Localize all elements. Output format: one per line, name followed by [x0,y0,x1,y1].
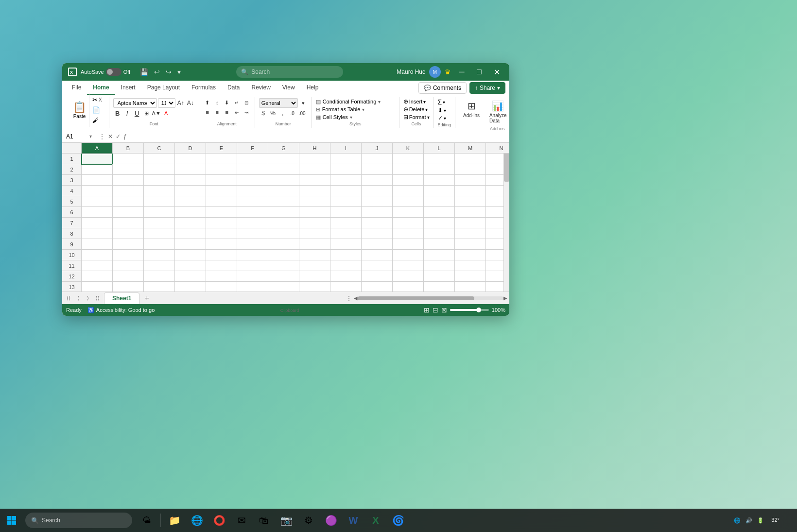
number-format-select[interactable]: General [259,98,298,108]
cell-B7[interactable] [113,218,144,228]
col-header-G[interactable]: G [268,143,299,154]
underline-button[interactable]: U [133,109,141,118]
cell-M1[interactable] [455,154,486,164]
cell-C6[interactable] [144,207,175,218]
cell-C9[interactable] [144,239,175,250]
sheet-nav-prev[interactable]: ⟨ [74,294,83,303]
cell-D6[interactable] [175,207,206,218]
insert-function-icon[interactable]: ƒ [122,132,128,141]
cell-E12[interactable] [206,271,237,282]
cell-J9[interactable] [362,239,393,250]
cell-A13[interactable] [82,282,113,292]
cell-G1[interactable] [268,154,299,164]
cell-L4[interactable] [424,186,455,196]
cell-B1[interactable] [113,154,144,164]
h-scroll-left[interactable]: ◀ [354,295,358,301]
cell-J11[interactable] [362,260,393,271]
conditional-formatting-button[interactable]: Conditional Formatting [323,99,377,104]
zoom-slider[interactable] [450,309,489,311]
cell-C5[interactable] [144,196,175,207]
cell-A6[interactable] [82,207,113,218]
close-button[interactable]: ✕ [490,65,503,79]
row-header-1[interactable]: 1 [62,154,82,164]
cell-L7[interactable] [424,218,455,228]
cell-G12[interactable] [268,271,299,282]
sound-icon[interactable]: 🔊 [744,515,754,525]
cut-button[interactable]: ✂ X [90,95,104,104]
cell-K10[interactable] [393,250,424,260]
cell-I3[interactable] [330,175,362,186]
row-header-7[interactable]: 7 [62,218,82,228]
cell-H7[interactable] [299,218,330,228]
cell-M10[interactable] [455,250,486,260]
taskbar-settings-button[interactable]: ⚙ [298,510,319,531]
cell-M8[interactable] [455,228,486,239]
cell-K5[interactable] [393,196,424,207]
cell-I4[interactable] [330,186,362,196]
cell-D3[interactable] [175,175,206,186]
cell-H1[interactable] [299,154,330,164]
fill-color-button[interactable]: A▼ [152,109,161,118]
cell-K8[interactable] [393,228,424,239]
taskbar-search[interactable]: 🔍 Search [25,513,132,528]
cell-A3[interactable] [82,175,113,186]
cell-H9[interactable] [299,239,330,250]
cell-C13[interactable] [144,282,175,292]
cell-L6[interactable] [424,207,455,218]
cell-A10[interactable] [82,250,113,260]
cell-B10[interactable] [113,250,144,260]
col-header-K[interactable]: K [393,143,424,154]
cell-F6[interactable] [237,207,268,218]
cell-G11[interactable] [268,260,299,271]
cell-C8[interactable] [144,228,175,239]
taskbar-mail-button[interactable]: ✉ [231,510,252,531]
cell-reference[interactable]: A1 ▾ [62,130,96,142]
cell-D4[interactable] [175,186,206,196]
decrease-font-button[interactable]: A↓ [186,99,195,107]
row-header-5[interactable]: 5 [62,196,82,207]
cell-F2[interactable] [237,164,268,175]
cell-E10[interactable] [206,250,237,260]
row-header-12[interactable]: 12 [62,271,82,282]
spreadsheet-area[interactable]: A B C D E F G H I J K L M N O 1234567891… [62,143,509,292]
cell-M9[interactable] [455,239,486,250]
cell-I6[interactable] [330,207,362,218]
sheet-nav-first[interactable]: ⟨⟨ [64,294,73,303]
vertical-scrollbar[interactable] [503,143,509,292]
cell-H13[interactable] [299,282,330,292]
cell-M7[interactable] [455,218,486,228]
cell-I11[interactable] [330,260,362,271]
minimize-button[interactable]: ─ [455,65,468,79]
format-as-table-button[interactable]: Format as Table [322,106,361,112]
cell-B8[interactable] [113,228,144,239]
cell-L8[interactable] [424,228,455,239]
cell-M3[interactable] [455,175,486,186]
tab-insert[interactable]: Insert [115,81,141,95]
cell-K9[interactable] [393,239,424,250]
cell-styles-dropdown[interactable]: ▾ [350,115,352,120]
col-header-L[interactable]: L [424,143,455,154]
cell-K13[interactable] [393,282,424,292]
row-header-3[interactable]: 3 [62,175,82,186]
h-scroll-right[interactable]: ▶ [503,295,507,301]
cell-M11[interactable] [455,260,486,271]
cell-E6[interactable] [206,207,237,218]
addins-button[interactable]: ⊞ Add-ins [459,98,484,120]
cell-G7[interactable] [268,218,299,228]
insert-dropdown[interactable]: ▾ [423,99,426,104]
scrollbar-thumb[interactable] [504,153,509,182]
cond-format-dropdown[interactable]: ▾ [378,99,381,104]
cell-L9[interactable] [424,239,455,250]
title-search[interactable]: 🔍 Search [236,66,343,78]
cell-G3[interactable] [268,175,299,186]
col-header-D[interactable]: D [175,143,206,154]
cell-J8[interactable] [362,228,393,239]
delete-dropdown[interactable]: ▾ [425,107,428,112]
sheet-tab-1[interactable]: Sheet1 [104,292,139,304]
paste-button[interactable]: 📋 Paste [70,99,89,121]
cell-A4[interactable] [82,186,113,196]
align-left-button[interactable]: ≡ [203,108,212,117]
cell-A9[interactable] [82,239,113,250]
format-dropdown[interactable]: ▾ [427,115,430,120]
cell-A11[interactable] [82,260,113,271]
